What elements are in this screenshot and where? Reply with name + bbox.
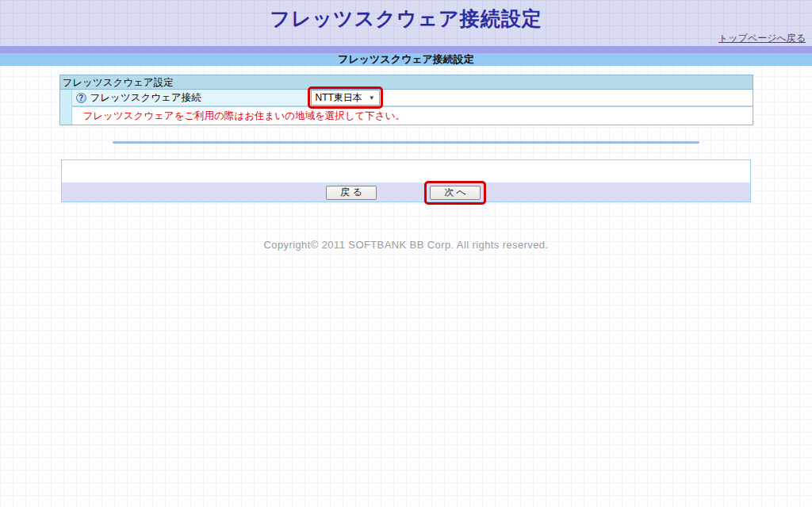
notice-row: フレッツスクウェアをご利用の際はお住まいの地域を選択して下さい。 (72, 107, 753, 125)
page-title: フレッツスクウェア接続設定 (0, 0, 812, 32)
region-select-value: NTT東日本 (316, 91, 362, 105)
highlight-box-next: 次 へ (424, 181, 486, 205)
section-title-bar: フレッツスクウェア接続設定 (0, 53, 812, 66)
back-button[interactable]: 戻 る (326, 186, 377, 200)
section-title: フレッツスクウェア接続設定 (338, 53, 474, 65)
connection-select-cell: NTT東日本 ▼ (309, 90, 753, 106)
settings-table-body: ? フレッツスクウェア接続 NTT東日本 ▼ (60, 90, 753, 125)
settings-group-header: フレッツスクウェア設定 (60, 75, 753, 90)
highlight-box-select: NTT東日本 ▼ (308, 86, 383, 109)
divider (113, 141, 699, 144)
empty-row (62, 160, 750, 183)
region-select[interactable]: NTT東日本 ▼ (311, 90, 380, 106)
action-panel: 戻 る 次 へ (61, 159, 751, 202)
back-to-top-link[interactable]: トップページへ戻る (718, 32, 806, 45)
chevron-down-icon: ▼ (369, 94, 375, 102)
copyright: Copyright© 2011 SOFTBANK BB Corp. All ri… (0, 239, 812, 251)
table-gutter (60, 90, 72, 125)
page-header: フレッツスクウェア接続設定 トップページへ戻る (0, 0, 812, 46)
connection-label: フレッツスクウェア接続 (90, 91, 201, 105)
connection-label-cell: ? フレッツスクウェア接続 (72, 90, 309, 106)
help-icon[interactable]: ? (76, 93, 86, 103)
table-rows: ? フレッツスクウェア接続 NTT東日本 ▼ (72, 90, 753, 125)
purple-stripe (0, 46, 812, 53)
next-button[interactable]: 次 へ (430, 186, 481, 200)
connection-row: ? フレッツスクウェア接続 NTT東日本 ▼ (72, 90, 753, 107)
button-row: 戻 る 次 へ (62, 183, 750, 202)
settings-table: フレッツスクウェア設定 ? フレッツスクウェア接続 NTT東日本 (59, 75, 753, 125)
content-area: フレッツスクウェア設定 ? フレッツスクウェア接続 NTT東日本 (0, 75, 812, 251)
notice-text: フレッツスクウェアをご利用の際はお住まいの地域を選択して下さい。 (83, 110, 405, 121)
page: フレッツスクウェア接続設定 トップページへ戻る フレッツスクウェア接続設定 フレ… (0, 0, 812, 251)
